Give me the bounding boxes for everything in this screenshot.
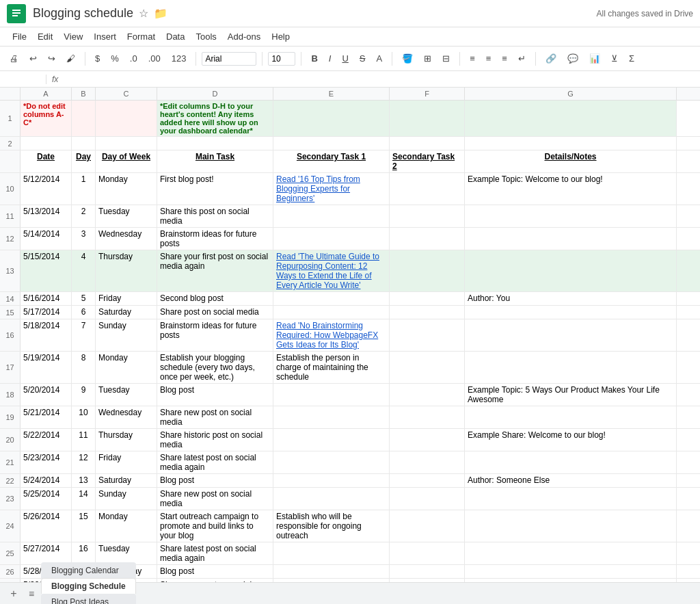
cell-sec2[interactable] — [390, 406, 465, 428]
cell-f2[interactable] — [390, 137, 465, 150]
cell-date[interactable]: 5/19/2014 — [21, 352, 72, 383]
cell-day[interactable]: 6 — [72, 306, 96, 319]
cell-dow[interactable]: Tuesday — [96, 205, 157, 227]
menu-edit[interactable]: Edit — [32, 29, 58, 44]
cell-details[interactable] — [465, 352, 677, 383]
text-color-btn[interactable]: A — [373, 51, 387, 66]
borders-btn[interactable]: ⊞ — [420, 51, 435, 66]
cell-main[interactable]: Share your first post on social media ag… — [157, 250, 273, 291]
cell-date[interactable]: 5/14/2014 — [21, 228, 72, 250]
cell-day[interactable]: 5 — [72, 292, 96, 305]
redo-btn[interactable]: ↪ — [44, 51, 59, 66]
align-right-btn[interactable]: ≡ — [498, 51, 511, 66]
cell-g1[interactable] — [465, 101, 677, 136]
col-header-d[interactable]: D — [157, 88, 273, 100]
cell-e1[interactable] — [273, 101, 390, 136]
cell-details[interactable] — [465, 542, 677, 564]
cell-details[interactable]: Author: Someone Else — [465, 474, 677, 487]
cell-sec1[interactable] — [273, 306, 390, 319]
cell-main[interactable]: Share new post on social media — [157, 579, 273, 582]
cell-dow[interactable]: Monday — [96, 173, 157, 205]
col-header-b[interactable]: B — [72, 88, 96, 100]
cell-b2[interactable] — [72, 137, 96, 150]
cell-date[interactable]: 5/13/2014 — [21, 205, 72, 227]
cell-reference[interactable] — [5, 75, 46, 84]
cell-sec2[interactable] — [390, 565, 465, 578]
cell-dow[interactable]: Wednesday — [96, 228, 157, 250]
cell-details[interactable] — [465, 250, 677, 291]
sheet-tab[interactable]: Blog Post Ideas — [41, 594, 136, 605]
fill-color-btn[interactable]: 🪣 — [398, 51, 417, 66]
cell-details[interactable] — [465, 205, 677, 227]
add-tab-btn[interactable]: + — [5, 586, 22, 602]
cell-d1[interactable]: *Edit columns D-H to your heart's conten… — [157, 101, 273, 136]
cell-b1[interactable] — [72, 101, 96, 136]
header-details[interactable]: Details/Notes — [465, 150, 677, 172]
decimal-less-btn[interactable]: .0 — [126, 51, 142, 66]
menu-file[interactable]: File — [7, 29, 32, 44]
cell-dow[interactable]: Monday — [96, 352, 157, 383]
cell-main[interactable]: Blog post — [157, 474, 273, 487]
cell-sec2[interactable] — [390, 474, 465, 487]
wrap-btn[interactable]: ↵ — [514, 51, 530, 66]
cell-date[interactable]: 5/22/2014 — [21, 429, 72, 451]
cell-sec1[interactable]: Read 'No Brainstorming Required: How Web… — [273, 319, 390, 351]
cell-details[interactable] — [465, 510, 677, 542]
number-format-btn[interactable]: 123 — [167, 51, 191, 66]
cell-main[interactable]: Share post on social media — [157, 306, 273, 319]
cell-g2[interactable] — [465, 137, 677, 150]
sheet-tab[interactable]: Blogging Schedule — [41, 578, 136, 594]
underline-btn[interactable]: U — [338, 51, 352, 66]
cell-day[interactable]: 11 — [72, 429, 96, 451]
cell-day[interactable]: 3 — [72, 228, 96, 250]
cell-date[interactable]: 5/25/2014 — [21, 488, 72, 510]
cell-details[interactable]: Example Topic: 5 Ways Our Product Makes … — [465, 384, 677, 406]
cell-details[interactable]: Example Topic: Welcome to our blog! — [465, 173, 677, 205]
sec1-link[interactable]: Read 'No Brainstorming Required: How Web… — [276, 321, 386, 350]
cell-details[interactable] — [465, 451, 677, 473]
cell-sec2[interactable] — [390, 510, 465, 542]
cell-details[interactable] — [465, 565, 677, 578]
cell-date[interactable]: 5/20/2014 — [21, 384, 72, 406]
cell-sec2[interactable] — [390, 352, 465, 383]
cell-main[interactable]: Share latest post on social media again — [157, 542, 273, 564]
cell-date[interactable]: 5/27/2014 — [21, 542, 72, 564]
cell-date[interactable]: 5/17/2014 — [21, 306, 72, 319]
cell-c1[interactable] — [96, 101, 157, 136]
function-btn[interactable]: Σ — [625, 51, 638, 66]
cell-dow[interactable]: Sunday — [96, 488, 157, 510]
cell-main[interactable]: Blog post — [157, 565, 273, 578]
cell-main[interactable]: Share latest post on social media again — [157, 451, 273, 473]
cell-dow[interactable]: Tuesday — [96, 542, 157, 564]
cell-dow[interactable]: Saturday — [96, 474, 157, 487]
cell-sec1[interactable] — [273, 205, 390, 227]
col-header-e[interactable]: E — [273, 88, 390, 100]
cell-dow[interactable]: Thursday — [96, 250, 157, 291]
cell-day[interactable]: 9 — [72, 384, 96, 406]
filter-btn[interactable]: ⊻ — [607, 51, 622, 66]
menu-insert[interactable]: Insert — [88, 29, 122, 44]
cell-dow[interactable]: Tuesday — [96, 384, 157, 406]
col-header-g[interactable]: G — [465, 88, 677, 100]
cell-sec1[interactable]: Establish the person in charge of mainta… — [273, 352, 390, 383]
italic-btn[interactable]: I — [325, 51, 336, 66]
cell-dow[interactable]: Friday — [96, 292, 157, 305]
cell-sec2[interactable] — [390, 250, 465, 291]
cell-sec1[interactable]: Read '16 Top Tips from Blogging Experts … — [273, 173, 390, 205]
cell-details[interactable] — [465, 579, 677, 582]
cell-main[interactable]: Blog post — [157, 384, 273, 406]
header-dow[interactable]: Day of Week — [96, 150, 157, 172]
header-sec1[interactable]: Secondary Task 1 — [273, 150, 390, 172]
cell-day[interactable]: 10 — [72, 406, 96, 428]
cell-sec2[interactable] — [390, 429, 465, 451]
cell-sec2[interactable] — [390, 488, 465, 510]
cell-sec1[interactable] — [273, 565, 390, 578]
menu-view[interactable]: View — [58, 29, 88, 44]
sec1-link[interactable]: Read '16 Top Tips from Blogging Experts … — [276, 174, 386, 203]
cell-day[interactable]: 7 — [72, 319, 96, 351]
menu-format[interactable]: Format — [122, 29, 161, 44]
merge-btn[interactable]: ⊟ — [438, 51, 454, 66]
cell-day[interactable]: 2 — [72, 205, 96, 227]
cell-sec2[interactable] — [390, 384, 465, 406]
cell-dow[interactable]: Thursday — [96, 429, 157, 451]
